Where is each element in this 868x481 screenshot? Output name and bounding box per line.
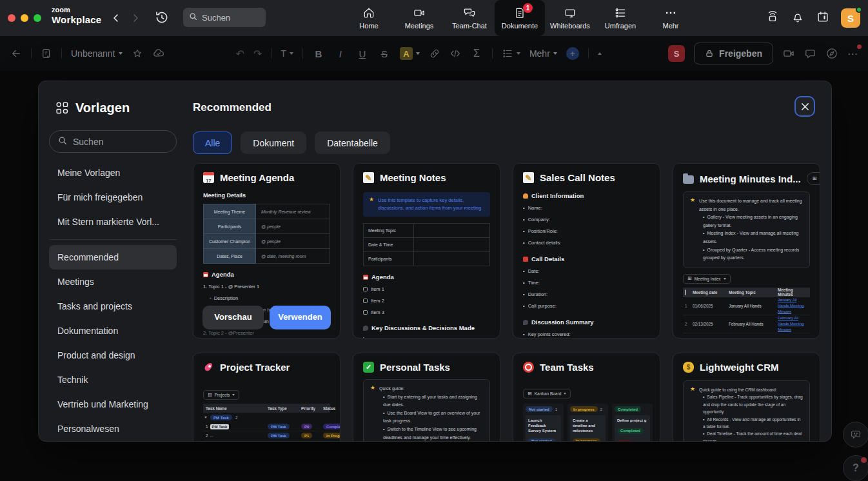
template-categories: Meine Vorlagen Für mich freigegeben Mit … xyxy=(49,161,177,441)
sidebar-item-vertrieb-und-marketing[interactable]: Vertrieb und Marketing xyxy=(49,392,177,417)
chevron-down-icon xyxy=(290,52,293,55)
code-icon[interactable] xyxy=(449,48,461,59)
template-preview: Kanban Board Not started1 Launch Feedbac… xyxy=(523,383,650,442)
preview-button[interactable]: Vorschau xyxy=(202,306,264,329)
notifications-icon[interactable] xyxy=(791,10,805,26)
whiteboards-icon xyxy=(564,6,577,19)
template-card-lightweight-crm[interactable]: Lightweight CRM Quick guide to using the… xyxy=(673,353,820,442)
avatar[interactable]: S xyxy=(841,8,860,28)
template-preview: Client Information Name:Company:Position… xyxy=(523,192,650,339)
kanban-column: In progress2 Create a timeline and miles… xyxy=(567,404,608,442)
new-document-icon[interactable] xyxy=(41,48,52,59)
calendar-icon[interactable] xyxy=(816,10,830,26)
toolbar-mehr-menu[interactable]: Mehr xyxy=(529,48,557,59)
star-icon[interactable] xyxy=(132,48,143,59)
titlebar-right: S xyxy=(765,0,860,36)
collapse-toolbar-icon[interactable] xyxy=(598,52,602,55)
help-button[interactable]: ? xyxy=(843,455,868,481)
sidebar-item-tasks-and-projects[interactable]: Tasks and projects xyxy=(49,294,177,319)
templates-search[interactable] xyxy=(49,130,177,153)
nav-home[interactable]: Home xyxy=(344,0,394,36)
chevron-down-icon xyxy=(204,417,207,418)
filter-alle[interactable]: Alle xyxy=(193,132,232,154)
text-style-menu[interactable]: T xyxy=(281,48,293,59)
minimize-window-button[interactable] xyxy=(21,14,28,22)
checkbox-icon xyxy=(363,299,368,303)
sidebar-item-dokumentation[interactable]: Dokumentation xyxy=(49,319,177,343)
nav-mehr[interactable]: Mehr xyxy=(646,0,696,36)
underline-button[interactable]: U xyxy=(356,48,369,59)
search-input[interactable] xyxy=(202,13,259,23)
undo-icon[interactable]: ↶ xyxy=(236,48,244,60)
history-icon[interactable] xyxy=(153,9,170,28)
template-card-meeting-notes[interactable]: Meeting Notes Use this template to captu… xyxy=(353,163,500,339)
forward-icon[interactable] xyxy=(128,10,143,26)
folder-emoji-icon xyxy=(683,175,694,184)
rocket-emoji-icon xyxy=(203,362,214,373)
link-icon[interactable] xyxy=(429,48,440,59)
template-card-meeting-agenda[interactable]: Meeting Agenda Meeting Details Meeting T… xyxy=(193,163,340,339)
strikethrough-button[interactable]: S xyxy=(378,48,391,59)
nav-team-chat[interactable]: Team-Chat xyxy=(444,0,495,36)
template-card-sales-call-notes[interactable]: Sales Call Notes Client Information Name… xyxy=(513,163,660,339)
sidebar-item-product-and-design[interactable]: Product and design xyxy=(49,343,177,368)
sidebar-item-meine-vorlagen[interactable]: Meine Vorlagen xyxy=(49,161,177,185)
nav-whiteboards[interactable]: Whiteboards xyxy=(545,0,595,36)
main-navigation: Home Meetings Team-Chat Dokumente 1 Whit… xyxy=(344,0,696,36)
sidebar-item-meetings[interactable]: Meetings xyxy=(49,270,177,294)
team-chat-icon xyxy=(463,6,476,19)
highlight-color-menu[interactable]: A xyxy=(400,47,420,60)
share-button[interactable]: Freigeben xyxy=(694,43,773,64)
divider xyxy=(61,48,62,59)
compass-icon[interactable] xyxy=(825,47,838,60)
filter-dokument[interactable]: Dokument xyxy=(241,132,306,154)
nav-dokumente[interactable]: Dokumente 1 xyxy=(495,0,545,36)
kanban-column: Completed Define project g Completed Hig… xyxy=(612,404,653,442)
divider xyxy=(588,48,589,59)
highlight-icon: A xyxy=(400,47,413,60)
table-icon xyxy=(813,176,817,181)
template-card-personal-tasks[interactable]: Personal Tasks Quick guide: Start by ent… xyxy=(353,353,500,442)
use-template-button[interactable]: Verwenden xyxy=(270,306,331,329)
sidebar-item-personalwesen[interactable]: Personalwesen xyxy=(49,417,177,441)
list-menu[interactable] xyxy=(502,48,520,59)
sidebar-item-technik[interactable]: Technik xyxy=(49,368,177,392)
preview-table-row: 1 01/06/2025 January All Hands January A… xyxy=(683,297,810,315)
feedback-button[interactable] xyxy=(843,422,868,447)
check-emoji-icon xyxy=(363,362,374,373)
bold-button[interactable]: B xyxy=(312,48,325,59)
close-dialog-button[interactable] xyxy=(794,96,815,117)
filter-chips: Alle Dokument Datentabelle xyxy=(193,132,820,154)
insert-plus-button[interactable]: + xyxy=(566,47,579,60)
chevron-down-icon xyxy=(416,52,420,55)
sidebar-item-recommended[interactable]: Recommended xyxy=(49,245,177,270)
italic-button[interactable]: I xyxy=(334,48,347,59)
redo-icon[interactable]: ↷ xyxy=(253,48,262,60)
template-card-project-tracker[interactable]: Project Tracker Projects Task Name Task … xyxy=(193,353,340,442)
toolbar-more-icon[interactable]: ⋯ xyxy=(847,48,858,60)
star-emoji-icon xyxy=(370,385,375,442)
back-icon[interactable] xyxy=(108,10,124,26)
comment-icon[interactable] xyxy=(804,48,816,60)
document-title-menu[interactable]: Unbenannt xyxy=(71,48,123,59)
search-icon xyxy=(189,12,197,23)
cloud-saved-icon[interactable] xyxy=(152,47,165,60)
share-device-icon[interactable] xyxy=(765,10,780,26)
filter-datentabelle[interactable]: Datentabelle xyxy=(315,132,390,154)
template-card-team-tasks[interactable]: Team Tasks Kanban Board Not started1 xyxy=(513,353,660,442)
global-search[interactable] xyxy=(183,8,266,27)
video-icon[interactable] xyxy=(782,47,795,60)
sidebar-item-mit-stern-markiert[interactable]: Mit Stern markierte Vorl... xyxy=(49,210,177,234)
kanban-card: Create a timeline and milestones In prog… xyxy=(570,415,606,442)
maximize-window-button[interactable] xyxy=(34,14,41,22)
template-card-meeting-minutes-index[interactable]: Meeting Minutes Ind... 1 Use this docume… xyxy=(673,163,820,339)
sidebar-item-fuer-mich-freigegeben[interactable]: Für mich freigegeben xyxy=(49,185,177,210)
close-window-button[interactable] xyxy=(8,14,15,22)
preview-table: Meeting ThemeMonthly Revenue reviewParti… xyxy=(203,204,330,263)
moneybag-emoji-icon xyxy=(683,362,694,373)
back-arrow-icon[interactable] xyxy=(10,48,22,59)
formula-icon[interactable]: Σ xyxy=(470,48,483,59)
nav-umfragen[interactable]: Umfragen xyxy=(595,0,646,36)
nav-meetings[interactable]: Meetings xyxy=(394,0,444,36)
templates-search-input[interactable] xyxy=(73,137,157,147)
